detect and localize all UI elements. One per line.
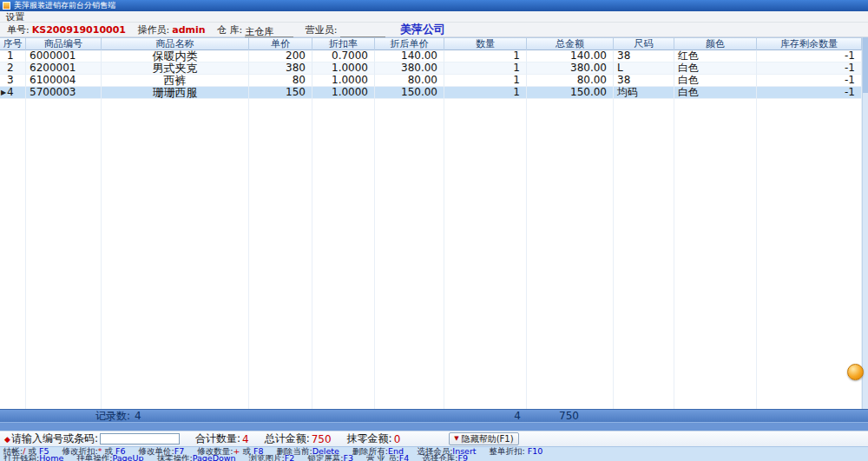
bill-no-label: 单号: xyxy=(7,24,30,36)
entry-bar: ◆ 请输入编号或条码: 合计数量:4 总计金额:750 抹零金额:0 ▼ 隐藏帮… xyxy=(0,431,868,446)
column-header-disc-price[interactable]: 折后单价 xyxy=(375,38,444,51)
app-window: 美萍服装进销存前台分销售端 设置 单号:KS200919010001 操作员:a… xyxy=(0,0,868,461)
grid-column xyxy=(527,99,614,409)
cell-discount: 1.0000 xyxy=(312,87,375,99)
horizontal-scrollbar[interactable] xyxy=(0,422,868,431)
clerk-field[interactable] xyxy=(340,26,385,37)
bill-no-value: KS200919010001 xyxy=(32,24,126,36)
cell-amount: 80.00 xyxy=(527,75,614,87)
round-off-label: 抹零金额: xyxy=(347,431,392,446)
floating-button[interactable] xyxy=(847,364,864,380)
barcode-input[interactable] xyxy=(100,433,180,445)
cell-color: 白色 xyxy=(674,75,757,87)
cell-disc-price: 150.00 xyxy=(375,87,444,99)
record-count-value: 4 xyxy=(135,410,141,422)
cell-stock: -1 xyxy=(757,50,862,63)
grid-column xyxy=(614,99,674,409)
cell-no: 2 xyxy=(0,63,26,75)
table-header: 序号商品编号商品名称单价折扣率折后单价数量总金额尺码颜色库存剩余数量 xyxy=(0,37,862,50)
cell-discount: 1.0000 xyxy=(312,75,375,87)
column-header-stock[interactable]: 库存剩余数量 xyxy=(757,38,862,51)
cell-price: 380 xyxy=(249,63,312,75)
cell-name: 珊珊西服 xyxy=(102,87,249,99)
qty-total-label: 合计数量: xyxy=(195,431,240,446)
cell-code: 6200001 xyxy=(26,63,102,75)
cell-disc-price: 80.00 xyxy=(375,75,444,87)
vertical-scrollbar-thumb[interactable] xyxy=(863,37,868,93)
column-header-color[interactable]: 颜色 xyxy=(674,38,757,51)
help-row-1: 打开钱箱:Home挂单操作:PageUp抹零操作:PageDown浏览图片:F2… xyxy=(3,455,868,461)
diamond-icon: ◆ xyxy=(4,435,10,444)
menu-bar: 设置 xyxy=(0,11,868,23)
column-header-price[interactable]: 单价 xyxy=(249,38,312,51)
shortcut-hint: 选择仓库:F9 xyxy=(422,453,468,461)
shortcut-hint: 打开钱箱:Home xyxy=(3,453,63,461)
grid-column xyxy=(757,99,862,409)
grid-column xyxy=(444,99,527,409)
window-titlebar: 美萍服装进销存前台分销售端 xyxy=(0,0,868,11)
app-icon xyxy=(3,2,10,10)
grid-column xyxy=(26,99,102,409)
record-count: 记录数:4 xyxy=(0,410,444,422)
cell-qty: 1 xyxy=(444,50,527,63)
column-header-size[interactable]: 尺码 xyxy=(614,38,674,51)
operator-value: admin xyxy=(172,24,205,36)
column-header-qty[interactable]: 数量 xyxy=(444,38,527,51)
row-selector-icon: ▶ xyxy=(1,88,6,98)
table-row[interactable]: 26200001男式夹克3801.0000380.001380.00L白色-1 xyxy=(0,63,862,75)
hide-help-label: 隐藏帮助(F1) xyxy=(462,433,514,445)
amount-total-label: 总计金额: xyxy=(265,431,310,446)
cell-code: 5700003 xyxy=(26,87,102,99)
column-header-discount[interactable]: 折扣率 xyxy=(312,38,375,51)
summary-amount-total: 750 xyxy=(527,410,614,422)
cell-size: 38 xyxy=(614,50,674,63)
shortcut-hint: 整单折扣: F10 xyxy=(490,446,543,456)
cell-color: 白色 xyxy=(674,87,757,99)
cell-code: 6000001 xyxy=(26,50,102,63)
column-header-no[interactable]: 序号 xyxy=(0,38,26,51)
cell-name: 西裤 xyxy=(102,75,249,87)
cell-size: L xyxy=(614,63,674,75)
cell-discount: 1.0000 xyxy=(312,63,375,75)
grid-column xyxy=(375,99,444,409)
table-row[interactable]: ▶45700003珊珊西服1501.0000150.001150.00均码白色-… xyxy=(0,87,862,99)
window-title: 美萍服装进销存前台分销售端 xyxy=(14,1,115,10)
cell-amount: 140.00 xyxy=(527,50,614,63)
cell-qty: 1 xyxy=(444,87,527,99)
cell-no: ▶4 xyxy=(0,87,26,99)
cell-stock: -1 xyxy=(757,63,862,75)
cell-no: 1 xyxy=(0,50,26,63)
cell-no: 3 xyxy=(0,75,26,87)
help-panel: 结帐:/ 或 F5修改折扣:* 或 F6修改单价:F7修改数量:+ 或 F8删除… xyxy=(0,446,868,461)
shortcut-hint: 浏览图片:F2 xyxy=(249,453,295,461)
summary-qty-total: 4 xyxy=(444,410,527,422)
arrow-down-icon: ▼ xyxy=(454,436,458,442)
hide-help-button[interactable]: ▼ 隐藏帮助(F1) xyxy=(449,432,518,445)
vertical-scrollbar[interactable] xyxy=(862,37,868,409)
table-row[interactable]: 36100004西裤801.000080.00180.0038白色-1 xyxy=(0,75,862,87)
cell-qty: 1 xyxy=(444,75,527,87)
column-header-code[interactable]: 商品编号 xyxy=(26,38,102,51)
column-header-name[interactable]: 商品名称 xyxy=(102,38,249,51)
shortcut-hint: 锁定屏幕:F3 xyxy=(307,453,353,461)
summary-bar: 记录数:4 4 750 xyxy=(0,409,868,422)
grid-column xyxy=(102,99,249,409)
form-bar: 单号:KS200919010001 操作员:admin 仓 库:主仓库 营业员:… xyxy=(0,23,868,37)
shortcut-hint: 挂单操作:PageUp xyxy=(76,453,143,461)
cell-code: 6100004 xyxy=(26,75,102,87)
table-row[interactable]: 16000001保暖内类2000.7000140.001140.0038红色-1 xyxy=(0,50,862,63)
cell-price: 80 xyxy=(249,75,312,87)
column-header-amount[interactable]: 总金额 xyxy=(527,38,614,51)
cell-color: 白色 xyxy=(674,63,757,75)
menu-item-settings[interactable]: 设置 xyxy=(0,11,30,22)
company-name: 美萍公司 xyxy=(400,23,445,36)
barcode-prompt: 请输入编号或条码: xyxy=(11,431,98,446)
cell-price: 200 xyxy=(249,50,312,63)
cell-name: 保暖内类 xyxy=(102,50,249,63)
cell-price: 150 xyxy=(249,87,312,99)
warehouse-field[interactable]: 主仓库 xyxy=(245,26,293,37)
grid-column xyxy=(249,99,312,409)
cell-size: 均码 xyxy=(614,87,674,99)
qty-total-value: 4 xyxy=(242,433,249,445)
clerk-label: 营业员: xyxy=(306,24,338,36)
